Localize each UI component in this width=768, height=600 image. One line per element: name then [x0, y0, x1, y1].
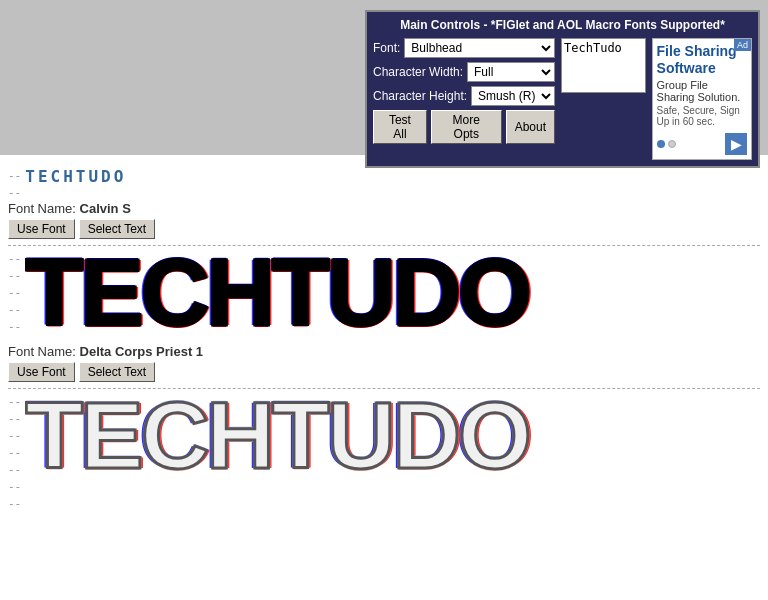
ad-subtitle: Group File Sharing Solution.: [653, 79, 751, 103]
delta-divider: [8, 388, 760, 389]
calvin-line-numbers: -- --: [8, 167, 21, 201]
ad-description: Safe, Secure, Sign Up in 60 sec.: [653, 103, 751, 129]
controls-title: Main Controls - *FIGlet and AOL Macro Fo…: [373, 18, 752, 32]
font-label: Font:: [373, 41, 400, 55]
calvin-font-info: Font Name: Calvin S Use Font Select Text: [8, 201, 760, 239]
about-button[interactable]: About: [506, 110, 555, 144]
ad-dots: [657, 140, 676, 148]
delta-use-font-button[interactable]: Use Font: [8, 362, 75, 382]
calvin-font-name: Font Name: Calvin S: [8, 201, 760, 216]
ad-dot-2: [668, 140, 676, 148]
delta-select-text-button[interactable]: Select Text: [79, 362, 155, 382]
more-opts-button[interactable]: More Opts: [431, 110, 502, 144]
delta-big-text-container: TECHTUDO: [25, 393, 760, 512]
calvin-select-text-button[interactable]: Select Text: [79, 219, 155, 239]
ad-badge: Ad: [734, 39, 751, 51]
calvin-big-line-numbers: -- -- -- -- --: [8, 250, 21, 336]
test-all-button[interactable]: Test All: [373, 110, 427, 144]
delta-big-text: TECHTUDO: [25, 393, 529, 479]
char-height-select[interactable]: Smush (R): [471, 86, 555, 106]
calvin-divider: [8, 245, 760, 246]
controls-panel: Main Controls - *FIGlet and AOL Macro Fo…: [365, 10, 760, 168]
calvin-ascii-preview: TECHTUDO: [25, 167, 760, 188]
calvin-big-text-container: TECHTUDO: [25, 250, 760, 336]
font-select[interactable]: Bulbhead: [404, 38, 555, 58]
char-width-label: Character Width:: [373, 65, 463, 79]
delta-preview-section: Font Name: Delta Corps Priest 1 Use Font…: [8, 344, 760, 512]
char-height-label: Character Height:: [373, 89, 467, 103]
delta-font-name: Font Name: Delta Corps Priest 1: [8, 344, 760, 359]
calvin-big-preview: -- -- -- -- -- TECHTUDO: [8, 250, 760, 336]
delta-big-preview: -- -- -- -- -- -- -- TECHTUDO: [8, 393, 760, 512]
calvin-use-font-button[interactable]: Use Font: [8, 219, 75, 239]
char-width-select[interactable]: Full: [467, 62, 555, 82]
calvin-big-text: TECHTUDO: [25, 250, 529, 336]
ad-panel: Ad File Sharing Software Group File Shar…: [652, 38, 752, 160]
text-input[interactable]: TechTudo: [561, 38, 646, 93]
calvin-preview-section: -- -- TECHTUDO Font Name: Calvin S Use F…: [8, 163, 760, 336]
ad-dot-1: [657, 140, 665, 148]
delta-big-line-numbers: -- -- -- -- -- -- --: [8, 393, 21, 512]
main-content: -- -- TECHTUDO Font Name: Calvin S Use F…: [0, 155, 768, 600]
ad-next-button[interactable]: ▶: [725, 133, 747, 155]
